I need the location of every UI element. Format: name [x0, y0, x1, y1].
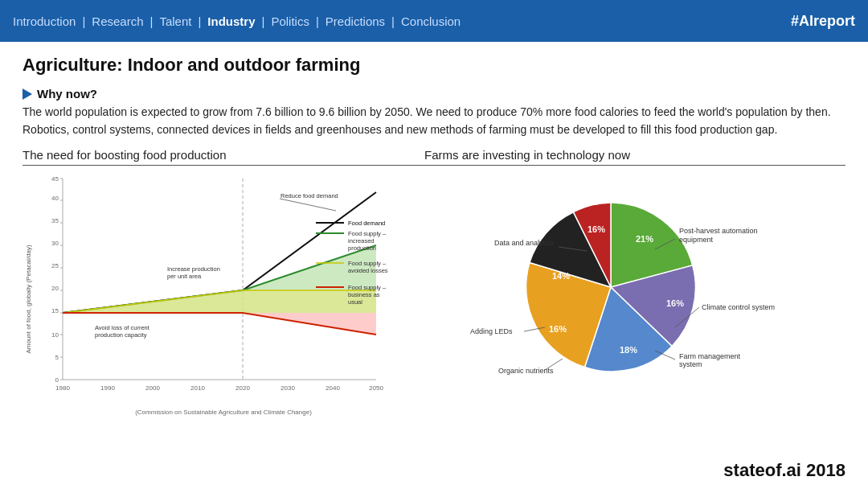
svg-text:2040: 2040 — [326, 384, 340, 392]
svg-text:Food demand: Food demand — [348, 220, 385, 227]
svg-text:25: 25 — [51, 262, 59, 269]
svg-line-31 — [280, 199, 336, 211]
svg-text:40: 40 — [51, 195, 59, 202]
svg-text:2030: 2030 — [280, 384, 295, 392]
svg-text:avoided losses: avoided losses — [348, 267, 388, 274]
y-axis-label: Amount of food, globally (Petacal/day) — [25, 244, 32, 354]
svg-text:Reduce food demand: Reduce food demand — [280, 192, 338, 199]
label-farmmanagement: Farm management — [679, 352, 741, 360]
pie-chart-container: 21% 16% 18% 16% 14% 16% — [424, 171, 845, 404]
left-chart: The need for boosting food production Am… — [23, 148, 424, 416]
pct-farmmanagement: 16% — [549, 324, 567, 334]
nav-talent[interactable]: Talent — [159, 14, 191, 28]
nav-politics[interactable]: Politics — [271, 14, 309, 28]
footer-brand: stateof.ai 2018 — [723, 460, 845, 481]
why-now-section: Why now? The world population is expecte… — [23, 87, 845, 138]
label-analytics: Data and analytics — [494, 239, 555, 247]
svg-text:0: 0 — [55, 376, 59, 384]
main-content: Agriculture: Indoor and outdoor farming … — [0, 42, 868, 424]
pct-climate: 18% — [620, 345, 637, 355]
svg-text:1980: 1980 — [55, 384, 70, 392]
label-climate: Climate control system — [702, 303, 775, 311]
svg-text:2010: 2010 — [190, 384, 205, 392]
chart-source: (Commission on Sustainable Agriculture a… — [23, 409, 424, 416]
why-now-text: The world population is expected to grow… — [23, 104, 845, 138]
why-now-label: Why now? — [37, 87, 97, 101]
pct-postharvest: 16% — [666, 298, 684, 308]
svg-text:equipment: equipment — [679, 236, 714, 244]
svg-text:Increase production: Increase production — [167, 265, 220, 273]
pct-leds: 16% — [588, 224, 605, 234]
nav-introduction[interactable]: Introduction — [13, 14, 76, 28]
page-title: Agriculture: Indoor and outdoor farming — [23, 55, 845, 76]
svg-text:10: 10 — [51, 331, 59, 339]
svg-text:increased: increased — [348, 237, 375, 244]
nav-research[interactable]: Research — [92, 14, 143, 28]
line-chart-container: Amount of food, globally (Petacal/day) 0 — [23, 171, 424, 416]
pct-organic: 14% — [552, 271, 570, 281]
pct-analytics: 21% — [636, 234, 653, 244]
svg-text:system: system — [679, 360, 702, 368]
svg-text:45: 45 — [51, 175, 59, 183]
line-chart-svg: Amount of food, globally (Petacal/day) 0 — [23, 171, 408, 404]
why-now-heading: Why now? — [23, 87, 845, 101]
svg-text:20: 20 — [51, 285, 59, 292]
top-navigation: Introduction | Research | Talent | Indus… — [0, 0, 868, 42]
svg-text:Food supply –: Food supply – — [348, 230, 387, 237]
label-organic: Organic nutrients — [498, 367, 554, 375]
svg-text:per unit area: per unit area — [167, 273, 202, 280]
svg-text:2020: 2020 — [235, 384, 250, 392]
pie-chart-svg: 21% 16% 18% 16% 14% 16% — [426, 171, 844, 404]
svg-text:35: 35 — [51, 217, 59, 224]
nav-links: Introduction | Research | Talent | Indus… — [13, 14, 461, 28]
label-postharvest: Post-harvest automation — [679, 227, 758, 235]
svg-text:1990: 1990 — [100, 384, 115, 392]
svg-text:usual: usual — [348, 298, 362, 306]
svg-text:business as: business as — [348, 291, 380, 298]
svg-text:2050: 2050 — [369, 384, 383, 392]
svg-text:15: 15 — [51, 307, 59, 314]
svg-text:production: production — [348, 244, 376, 252]
nav-conclusion[interactable]: Conclusion — [401, 14, 461, 28]
svg-text:2000: 2000 — [145, 384, 160, 392]
right-chart: Farms are investing in technology now — [424, 148, 845, 416]
hashtag-label: #AIreport — [791, 13, 855, 30]
svg-text:5: 5 — [55, 354, 59, 361]
svg-text:Avoid loss of current: Avoid loss of current — [95, 324, 150, 331]
svg-text:30: 30 — [51, 240, 59, 247]
svg-text:Food supply –: Food supply – — [348, 260, 387, 267]
svg-text:Food supply –: Food supply – — [348, 284, 387, 291]
triangle-icon — [23, 88, 32, 100]
charts-section: The need for boosting food production Am… — [23, 148, 845, 416]
label-leds: Adding LEDs — [470, 327, 513, 335]
svg-text:production capacity: production capacity — [95, 331, 147, 339]
left-chart-title: The need for boosting food production — [23, 148, 424, 166]
nav-predictions[interactable]: Predictions — [326, 14, 385, 28]
nav-industry[interactable]: Industry — [207, 14, 255, 28]
right-chart-title: Farms are investing in technology now — [424, 148, 845, 166]
